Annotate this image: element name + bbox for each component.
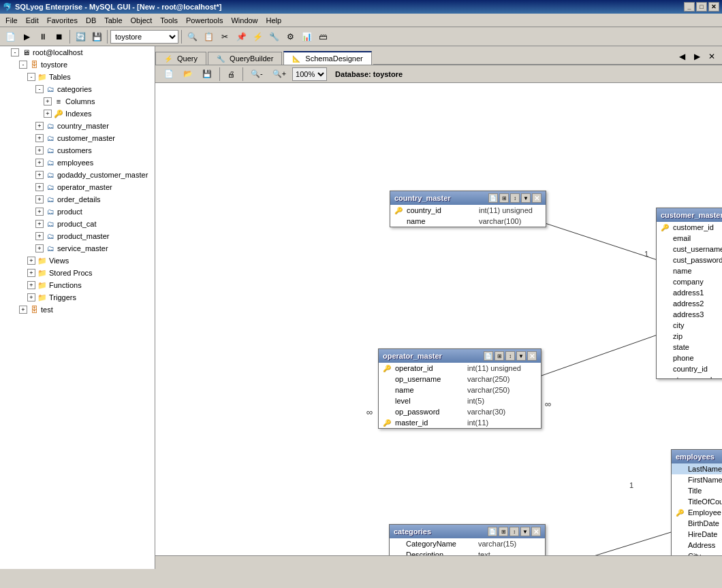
tree-customer-master[interactable]: + 🗂 customer_master [0, 132, 155, 144]
tree-views[interactable]: + 📁 Views [0, 255, 155, 267]
tree-triggers[interactable]: + 📁 Triggers [0, 291, 155, 304]
expand-employees[interactable]: + [35, 159, 44, 167]
expand-columns[interactable]: + [44, 97, 52, 105]
hbtn2-country[interactable]: ⊞ [499, 193, 509, 203]
hbtn1-country[interactable]: 📄 [488, 193, 498, 203]
expand-country[interactable]: + [35, 122, 44, 130]
close-btn[interactable]: ✕ [708, 2, 719, 12]
tb-btn6[interactable]: 📋 [201, 29, 216, 44]
maximize-btn[interactable]: □ [696, 2, 707, 12]
hbtn4-cat[interactable]: ▼ [520, 527, 530, 536]
close-operator[interactable]: ✕ [527, 351, 537, 361]
menu-favorites[interactable]: Favorites [43, 15, 82, 26]
tb-btn7[interactable]: ✂ [217, 29, 232, 44]
tree-root[interactable]: - 🖥 root@localhost [0, 46, 155, 59]
expand-procs[interactable]: + [27, 269, 35, 277]
expand-product[interactable]: + [35, 208, 44, 216]
tb-btn4[interactable]: ⏹ [52, 29, 67, 44]
menu-edit[interactable]: Edit [22, 15, 43, 26]
expand-tables[interactable]: - [27, 73, 35, 81]
table-country-master[interactable]: country_master 📄 ⊞ ↕ ▼ ✕ 🔑 country_id in… [390, 191, 546, 227]
menu-help[interactable]: Help [262, 15, 286, 26]
menu-object[interactable]: Object [127, 15, 157, 26]
tree-service-master[interactable]: + 🗂 service_master [0, 242, 155, 255]
hbtn2-op[interactable]: ⊞ [495, 351, 504, 361]
menu-window[interactable]: Window [227, 15, 262, 26]
tree-product-cat[interactable]: + 🗂 product_cat [0, 218, 155, 230]
hbtn4-op[interactable]: ▼ [516, 351, 526, 361]
hbtn3-country[interactable]: ↕ [510, 193, 520, 203]
tree-product-master[interactable]: + 🗂 product_master [0, 230, 155, 242]
minimize-btn[interactable]: _ [684, 2, 695, 12]
tab-close-btn[interactable]: ✕ [704, 49, 719, 64]
tb-btn8[interactable]: 📌 [234, 29, 249, 44]
tree-customers[interactable]: + 🗂 customers [0, 144, 155, 157]
tab-prev-btn[interactable]: ◀ [674, 49, 689, 64]
tb-btn10[interactable]: 🔧 [266, 29, 281, 44]
tree-country-master[interactable]: + 🗂 country_master [0, 120, 155, 132]
table-customer-master[interactable]: customer_master 📄 ⊞ ↕ ▼ ✕ 🔑 customer_id … [656, 208, 722, 379]
sd-print-btn[interactable]: 🖨 [224, 67, 238, 81]
expand-service[interactable]: + [35, 244, 44, 252]
sd-zoom-in-btn[interactable]: 🔍+ [269, 67, 289, 81]
table-operator-master[interactable]: operator_master 📄 ⊞ ↕ ▼ ✕ 🔑 operator_id … [378, 348, 542, 429]
menu-file[interactable]: File [1, 15, 22, 26]
tb-btn5[interactable]: 🔍 [185, 29, 200, 44]
menu-powertools[interactable]: Powertools [182, 15, 227, 26]
hbtn4-country[interactable]: ▼ [521, 193, 531, 203]
tree-tables[interactable]: - 📁 Tables [0, 71, 155, 83]
hbtn1-op[interactable]: 📄 [484, 351, 493, 361]
tree-toystore[interactable]: - 🗄 toystore [0, 59, 155, 71]
tb-refresh[interactable]: 🔄 [73, 29, 88, 44]
expand-customers[interactable]: + [35, 146, 44, 154]
sd-new-btn[interactable]: 📄 [161, 67, 177, 81]
hbtn2-cat[interactable]: ⊞ [499, 527, 508, 536]
tree-stored-procs[interactable]: + 📁 Stored Procs [0, 267, 155, 279]
sd-open-btn[interactable]: 📂 [180, 67, 196, 81]
table-categories[interactable]: categories 📄 ⊞ ↕ ▼ ✕ CategoryName varcha… [389, 524, 546, 555]
expand-views[interactable]: + [27, 257, 35, 265]
expand-order[interactable]: + [35, 195, 44, 203]
expand-triggers[interactable]: + [27, 293, 35, 301]
tree-functions[interactable]: + 📁 Functions [0, 279, 155, 291]
expand-functions[interactable]: + [27, 281, 35, 289]
expand-indexes[interactable]: + [44, 110, 52, 118]
menu-tools[interactable]: Tools [156, 15, 182, 26]
tb-btn9[interactable]: ⚡ [250, 29, 265, 44]
tb-new[interactable]: 📄 [3, 29, 18, 44]
close-categories[interactable]: ✕ [531, 527, 541, 536]
menu-table[interactable]: Table [100, 15, 126, 26]
tb-open[interactable]: ▶ [19, 29, 34, 44]
tb-btn11[interactable]: ⚙ [283, 29, 298, 44]
tab-schemadesigner[interactable]: 📐 SchemaDesigner [283, 51, 371, 65]
tree-employees[interactable]: + 🗂 employees [0, 157, 155, 169]
tab-next-btn[interactable]: ▶ [689, 49, 704, 64]
schema-canvas[interactable]: 1 1 ∞ ∞ 1 ∞ country_master 📄 ⊞ ↕ [155, 83, 722, 555]
expand-categories[interactable]: - [35, 85, 44, 93]
tree-operator[interactable]: + 🗂 operator_master [0, 181, 155, 193]
tb-btn13[interactable]: 🗃 [315, 29, 330, 44]
tree-indexes[interactable]: + 🔑 Indexes [0, 108, 155, 120]
expand-product-cat[interactable]: + [35, 220, 44, 228]
tb-btn12[interactable]: 📊 [299, 29, 314, 44]
expand-test[interactable]: + [19, 306, 27, 314]
sd-save-btn[interactable]: 💾 [199, 67, 215, 81]
zoom-selector[interactable]: 100% 75% 50% 125% [292, 67, 327, 81]
expand-product-master[interactable]: + [35, 232, 44, 240]
tb-save[interactable]: 💾 [89, 29, 104, 44]
title-controls[interactable]: _ □ ✕ [684, 2, 719, 12]
database-selector[interactable]: toystore [110, 30, 178, 44]
tree-test[interactable]: + 🗄 test [0, 304, 155, 316]
tree-categories[interactable]: - 🗂 categories [0, 83, 155, 95]
expand-operator[interactable]: + [35, 183, 44, 191]
tree-godaddy[interactable]: + 🗂 godaddy_customer_master [0, 169, 155, 181]
table-employees[interactable]: employees 📄 ⊞ ↕ ▼ ✕ LastName varchar(20) [671, 449, 722, 555]
tb-btn3[interactable]: ⏸ [35, 29, 50, 44]
tree-columns[interactable]: + ≡ Columns [0, 95, 155, 108]
tree-product[interactable]: + 🗂 product [0, 206, 155, 218]
hbtn3-cat[interactable]: ↕ [509, 527, 519, 536]
hbtn3-op[interactable]: ↕ [505, 351, 515, 361]
expand-customer[interactable]: + [35, 134, 44, 142]
tab-querybuilder[interactable]: 🔧 QueryBuilder [208, 52, 282, 65]
close-country[interactable]: ✕ [532, 193, 542, 203]
